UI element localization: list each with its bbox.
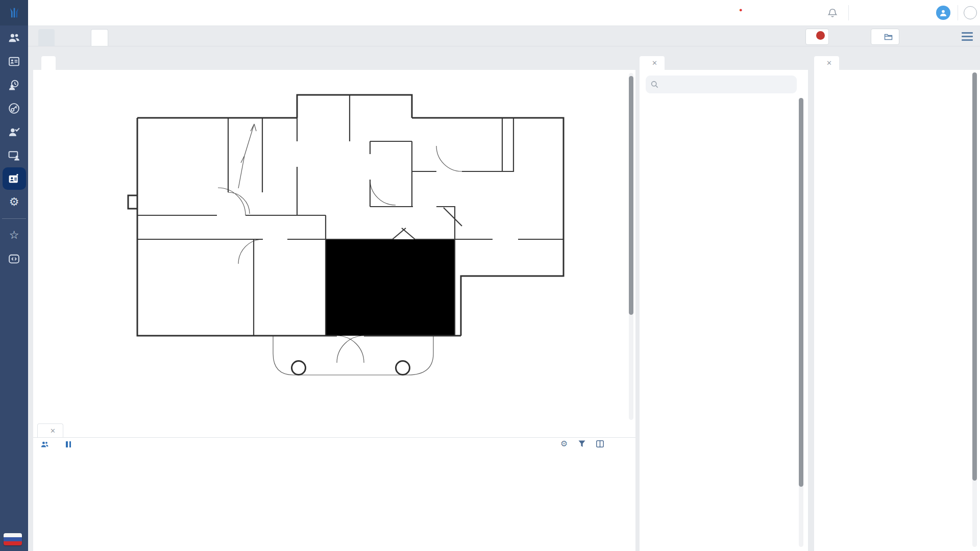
search-input[interactable] <box>646 76 797 93</box>
column-icon <box>396 361 410 375</box>
sidebar-item-access-keys[interactable] <box>3 97 26 119</box>
sidebar-item-employees[interactable] <box>3 27 26 49</box>
avatar[interactable] <box>936 6 950 20</box>
search-field[interactable] <box>663 80 787 89</box>
table-settings-icon[interactable]: ⚙ <box>560 440 568 448</box>
brand-dot-icon: ● <box>739 7 743 13</box>
alarm-room-highlight[interactable] <box>326 239 455 336</box>
alerts-button[interactable] <box>805 29 829 45</box>
plan-scrollbar[interactable] <box>629 73 633 420</box>
tab-monitor[interactable]: ✕ <box>37 423 63 437</box>
header-divider <box>958 5 958 20</box>
pause-icon <box>66 441 71 447</box>
star-icon: ☆ <box>9 230 19 241</box>
commands-scrollbar[interactable] <box>972 72 977 547</box>
close-icon[interactable]: ✕ <box>50 427 56 435</box>
tab-lock[interactable] <box>91 29 108 46</box>
folder-icon <box>884 33 893 41</box>
brand-logo: ● <box>739 7 743 18</box>
tab-device[interactable] <box>38 29 55 46</box>
commands-panel <box>814 70 980 551</box>
columns-icon[interactable] <box>596 440 604 447</box>
sidebar-item-developer[interactable] <box>3 247 26 270</box>
sidebar-item-time-attendance[interactable] <box>3 73 26 96</box>
stop-events-button[interactable] <box>66 441 75 447</box>
sub-toolbar <box>28 26 980 46</box>
close-icon[interactable]: ✕ <box>652 59 657 67</box>
app-logo-icon[interactable] <box>0 0 28 26</box>
help-button[interactable] <box>964 6 977 19</box>
plan-select-button[interactable] <box>871 29 899 45</box>
sidebar-item-visitor-badge[interactable] <box>3 167 26 190</box>
tab-plan[interactable] <box>41 56 56 70</box>
filter-icon[interactable] <box>578 440 585 447</box>
alerts-badge <box>816 31 825 40</box>
gear-icon: ⚙ <box>9 196 19 208</box>
sidebar-item-settings[interactable]: ⚙ <box>3 191 26 213</box>
sidebar: ⚙ ☆ <box>0 0 28 551</box>
people-icon <box>40 441 49 448</box>
column-icon <box>292 361 306 375</box>
tab-commands[interactable]: ✕ <box>814 56 839 70</box>
menu-button[interactable] <box>962 32 973 43</box>
bell-icon[interactable] <box>827 8 838 19</box>
sidebar-item-verification[interactable] <box>3 120 26 143</box>
sidebar-item-monitoring[interactable] <box>3 144 26 166</box>
tab-objects[interactable]: ✕ <box>640 56 665 70</box>
header-divider <box>848 5 849 20</box>
close-icon[interactable]: ✕ <box>826 59 832 67</box>
floor-plan[interactable]: () <box>33 70 635 422</box>
people-count <box>40 441 53 448</box>
sidebar-item-badge[interactable] <box>3 50 26 72</box>
sidebar-item-favorites[interactable]: ☆ <box>3 224 26 246</box>
search-icon <box>651 81 658 88</box>
monitor-panel: ⚙ <box>33 437 635 551</box>
language-flag-ru[interactable] <box>4 533 22 545</box>
objects-panel <box>640 70 808 551</box>
sidebar-divider <box>2 218 26 219</box>
objects-scrollbar[interactable] <box>799 98 803 547</box>
